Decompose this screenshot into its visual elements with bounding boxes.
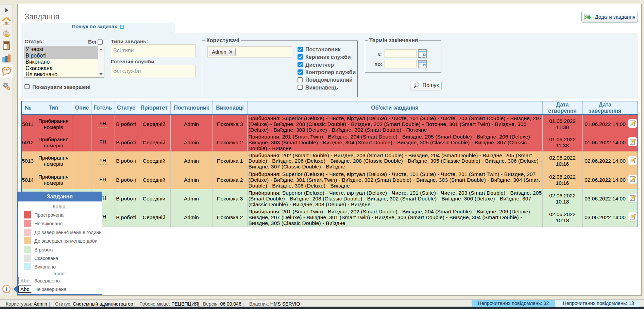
svg-text:i: i — [6, 286, 7, 292]
